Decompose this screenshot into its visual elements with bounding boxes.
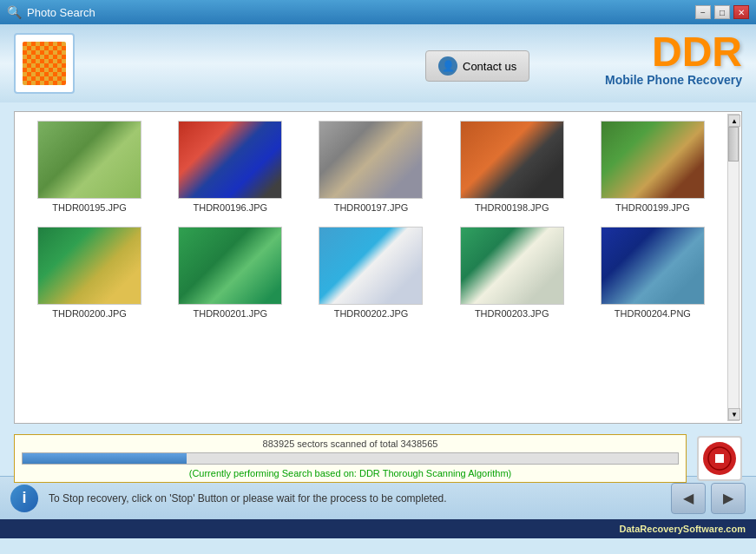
list-item[interactable]: THDR00199.JPG [587, 121, 719, 213]
brand-logo: DDR Mobile Phone Recovery [605, 31, 742, 87]
photo-grid-container: THDR00195.JPGTHDR00196.JPGTHDR00197.JPGT… [14, 111, 742, 424]
photo-thumbnail [460, 227, 564, 305]
list-item[interactable]: THDR00204.PNG [587, 227, 719, 319]
list-item[interactable]: THDR00198.JPG [446, 121, 578, 213]
title-bar: 🔍 Photo Search − □ ✕ [0, 0, 756, 24]
list-item[interactable]: THDR00196.JPG [164, 121, 296, 213]
scrollbar-arrow-up[interactable]: ▲ [728, 115, 740, 127]
photo-filename: THDR00201.JPG [193, 308, 267, 319]
minimize-button[interactable]: − [695, 5, 711, 19]
back-button[interactable]: ◀ [671, 483, 706, 514]
contact-button[interactable]: 👤 Contact us [425, 50, 529, 82]
photo-thumbnail [601, 121, 705, 199]
photo-filename: THDR00198.JPG [475, 202, 549, 213]
app-icon: 🔍 [7, 5, 22, 19]
info-icon: i [10, 485, 38, 512]
scrollbar[interactable]: ▲ ▼ [727, 114, 740, 421]
list-item[interactable]: THDR00195.JPG [23, 121, 155, 213]
contact-button-label: Contact us [463, 60, 516, 73]
status-message: To Stop recovery, click on 'Stop' Button… [49, 492, 661, 505]
list-item[interactable]: THDR00201.JPG [164, 227, 296, 319]
photo-filename: THDR00203.JPG [475, 308, 549, 319]
window-controls: − □ ✕ [695, 5, 749, 19]
window-title: Photo Search [27, 6, 95, 19]
photo-filename: THDR00199.JPG [615, 202, 690, 213]
checkerboard-logo [23, 42, 66, 85]
photo-filename: THDR00197.JPG [334, 202, 409, 213]
photo-thumbnail [178, 227, 282, 305]
header: 👤 Contact us DDR Mobile Phone Recovery [0, 24, 756, 102]
photo-thumbnail [37, 227, 141, 305]
photo-thumbnail [319, 227, 423, 305]
main-content: THDR00195.JPGTHDR00196.JPGTHDR00197.JPGT… [0, 102, 756, 476]
photo-grid: THDR00195.JPGTHDR00196.JPGTHDR00197.JPGT… [23, 121, 733, 319]
contact-icon: 👤 [438, 56, 457, 76]
progress-scan-text: 883925 sectors scanned of total 3438565 [22, 439, 679, 449]
progress-algo-text: (Currently performing Search based on: D… [22, 468, 679, 478]
footer-website: DataRecoverySoftware.com [619, 524, 746, 534]
photo-thumbnail [460, 121, 564, 199]
photo-filename: THDR00195.JPG [52, 202, 127, 213]
footer: DataRecoverySoftware.com [0, 519, 756, 538]
stop-button[interactable] [697, 436, 742, 481]
list-item[interactable]: THDR00203.JPG [446, 227, 578, 319]
forward-button[interactable]: ▶ [711, 483, 746, 514]
list-item[interactable]: THDR00200.JPG [23, 227, 155, 319]
photo-filename: THDR00202.JPG [334, 308, 409, 319]
photo-thumbnail [319, 121, 423, 199]
scrollbar-arrow-down[interactable]: ▼ [728, 408, 740, 420]
progress-area: 883925 sectors scanned of total 3438565 … [14, 431, 742, 486]
photo-thumbnail [601, 227, 705, 305]
stop-icon [703, 442, 736, 475]
photo-thumbnail [37, 121, 141, 199]
progress-bar-outer [22, 452, 679, 465]
maximize-button[interactable]: □ [714, 5, 730, 19]
ddr-logo-text: DDR [605, 31, 742, 73]
list-item[interactable]: THDR00197.JPG [305, 121, 437, 213]
svg-rect-1 [715, 454, 724, 463]
nav-buttons: ◀ ▶ [671, 483, 746, 514]
close-button[interactable]: ✕ [733, 5, 749, 19]
photo-thumbnail [178, 121, 282, 199]
scrollbar-thumb[interactable] [728, 127, 739, 162]
ddr-subtitle: Mobile Phone Recovery [605, 73, 742, 87]
app-logo [14, 33, 75, 94]
photo-filename: THDR00200.JPG [52, 308, 127, 319]
progress-bar-inner [23, 453, 187, 464]
progress-box: 883925 sectors scanned of total 3438565 … [14, 434, 687, 483]
photo-filename: THDR00204.PNG [615, 308, 691, 319]
photo-filename: THDR00196.JPG [193, 202, 267, 213]
list-item[interactable]: THDR00202.JPG [305, 227, 437, 319]
